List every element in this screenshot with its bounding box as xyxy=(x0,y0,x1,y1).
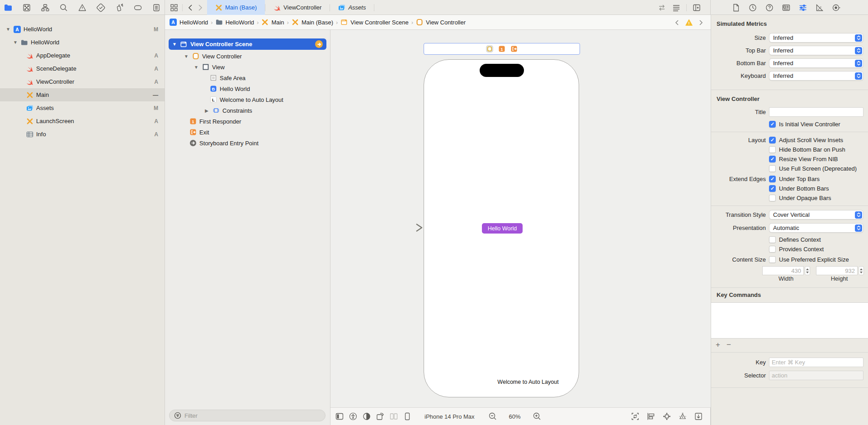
next-issue-icon[interactable] xyxy=(697,19,704,26)
width-stepper[interactable] xyxy=(805,266,810,275)
breadcrumb-project[interactable]: A HelloWorld xyxy=(170,19,208,26)
preferred-explicit-size-checkbox[interactable] xyxy=(769,256,776,263)
height-stepper[interactable] xyxy=(859,266,864,275)
symbol-navigator-icon[interactable] xyxy=(41,3,50,12)
debug-navigator-icon[interactable] xyxy=(115,3,124,12)
welcome-label[interactable]: Welcome to Auto Layout xyxy=(492,379,564,385)
key-field[interactable] xyxy=(769,358,863,367)
accessibility-icon[interactable] xyxy=(349,412,358,421)
size-inspector-icon[interactable] xyxy=(815,3,824,12)
resolve-layout-icon[interactable] xyxy=(678,412,687,421)
remove-key-command-button[interactable]: − xyxy=(726,340,731,349)
bottom-bar-popup[interactable]: Inferred xyxy=(769,58,863,68)
disclosure-chevron-icon[interactable]: ▼ xyxy=(5,27,11,32)
orientation-icon[interactable] xyxy=(376,412,385,421)
device-name[interactable]: iPhone 14 Pro Max xyxy=(425,413,475,420)
interface-builder-canvas[interactable]: 1 Hello World Welcome to Auto Layout xyxy=(330,30,711,407)
dock-exit-icon[interactable] xyxy=(510,45,518,53)
update-frames-icon[interactable] xyxy=(631,412,640,421)
add-constraints-icon[interactable] xyxy=(662,412,671,421)
appearance-icon[interactable] xyxy=(362,412,371,421)
breadcrumb-folder[interactable]: HelloWorld xyxy=(216,19,254,26)
align-icon[interactable] xyxy=(646,412,656,421)
outline-toggle-icon[interactable] xyxy=(335,412,344,421)
zoom-in-icon[interactable] xyxy=(533,412,542,421)
width-field[interactable] xyxy=(762,266,804,275)
breadcrumb-main-base[interactable]: Main (Base) xyxy=(292,19,333,26)
adjust-scroll-insets-checkbox[interactable] xyxy=(769,137,776,143)
outline-filter-field[interactable]: Filter xyxy=(169,410,326,421)
outline-row-entry-point[interactable]: Storyboard Entry Point xyxy=(165,138,330,148)
defines-context-checkbox[interactable] xyxy=(769,236,776,243)
forward-icon[interactable] xyxy=(195,3,204,12)
storyboard-entry-arrow[interactable] xyxy=(386,223,425,232)
navigator-row-info[interactable]: Info A xyxy=(0,128,165,141)
dock-view-controller-icon[interactable] xyxy=(486,45,493,53)
split-view-icon[interactable] xyxy=(389,412,398,421)
source-control-icon[interactable] xyxy=(22,3,31,12)
under-bottom-bars-checkbox[interactable] xyxy=(769,185,776,192)
breadcrumb-main[interactable]: Main xyxy=(261,19,284,26)
size-popup[interactable]: Inferred xyxy=(769,33,863,43)
keyboard-popup[interactable]: Inferred xyxy=(769,71,863,81)
navigator-row-appdelegate[interactable]: AppDelegate A xyxy=(0,49,165,62)
provides-context-checkbox[interactable] xyxy=(769,246,776,253)
outline-row-first-responder[interactable]: 1 First Responder xyxy=(165,116,330,127)
device-icon[interactable] xyxy=(403,412,412,421)
disclosure-chevron-icon[interactable]: ▼ xyxy=(13,40,18,45)
navigator-row-helloworld-project[interactable]: ▼ A HelloWorld M xyxy=(0,23,165,36)
disclosure-chevron-icon[interactable]: ▼ xyxy=(193,65,199,70)
history-inspector-icon[interactable] xyxy=(748,3,757,12)
under-opaque-bars-checkbox[interactable] xyxy=(769,195,776,201)
breadcrumb-scene[interactable]: View Controller Scene xyxy=(340,19,408,26)
dock-first-responder-icon[interactable]: 1 xyxy=(498,45,505,53)
transition-style-popup[interactable]: Cover Vertical xyxy=(769,210,863,220)
hide-bottom-bar-checkbox[interactable] xyxy=(769,146,776,153)
top-bar-popup[interactable]: Inferred xyxy=(769,46,863,55)
outline-row-safe-area[interactable]: Safe Area xyxy=(165,72,330,83)
tab-main-base[interactable]: Main (Base) xyxy=(207,0,265,15)
outline-row-exit[interactable]: Exit xyxy=(165,127,330,138)
outline-row-view[interactable]: ▼ View xyxy=(165,62,330,72)
find-navigator-icon[interactable] xyxy=(59,3,68,12)
outline-row-scene-selected[interactable]: ▼ View Controller Scene xyxy=(169,38,326,50)
file-inspector-icon[interactable] xyxy=(731,3,741,12)
prev-issue-icon[interactable] xyxy=(674,19,681,26)
disclosure-chevron-icon[interactable]: ▶ xyxy=(203,108,210,113)
title-field[interactable] xyxy=(769,107,863,117)
zoom-level[interactable]: 60% xyxy=(509,413,521,420)
outline-row-constraints[interactable]: ▶ Constraints xyxy=(165,105,330,116)
test-navigator-icon[interactable] xyxy=(96,3,105,12)
scene-arrow-badge[interactable] xyxy=(315,40,323,48)
navigator-row-main-selected[interactable]: Main — xyxy=(0,88,165,101)
add-key-command-button[interactable]: + xyxy=(716,340,720,349)
embed-icon[interactable] xyxy=(694,412,703,421)
outline-row-hello-world-button[interactable]: B Hello World xyxy=(165,83,330,94)
navigator-row-assets[interactable]: Assets M xyxy=(0,101,165,115)
add-editor-icon[interactable] xyxy=(692,3,701,12)
editor-grid-icon[interactable] xyxy=(170,3,179,12)
back-icon[interactable] xyxy=(186,3,195,12)
project-navigator-icon[interactable] xyxy=(4,3,13,12)
disclosure-chevron-icon[interactable]: ▼ xyxy=(183,54,189,59)
use-full-screen-checkbox[interactable] xyxy=(769,165,776,172)
editor-options-icon[interactable] xyxy=(672,3,681,12)
iphone-canvas-device[interactable]: Hello World Welcome to Auto Layout xyxy=(424,59,579,397)
navigator-row-launchscreen[interactable]: LaunchScreen A xyxy=(0,115,165,128)
disclosure-chevron-icon[interactable]: ▼ xyxy=(172,42,177,47)
hello-world-button[interactable]: Hello World xyxy=(482,223,523,234)
navigator-row-helloworld-group[interactable]: ▼ HelloWorld xyxy=(0,36,165,49)
selector-field[interactable] xyxy=(769,371,863,380)
tab-viewcontroller[interactable]: ViewController xyxy=(265,0,330,15)
height-field[interactable] xyxy=(816,266,858,275)
identity-inspector-icon[interactable] xyxy=(782,3,791,12)
connections-inspector-icon[interactable] xyxy=(832,3,841,12)
warning-icon[interactable]: ! xyxy=(685,19,693,26)
adjust-editor-icon[interactable] xyxy=(657,3,666,12)
navigator-row-scenedelegate[interactable]: SceneDelegate A xyxy=(0,62,165,75)
attributes-inspector-icon[interactable] xyxy=(798,3,807,12)
tab-assets[interactable]: Assets xyxy=(330,0,374,15)
quick-help-inspector-icon[interactable] xyxy=(765,3,774,12)
presentation-popup[interactable]: Automatic xyxy=(769,223,863,233)
navigator-row-viewcontroller[interactable]: ViewController A xyxy=(0,75,165,88)
